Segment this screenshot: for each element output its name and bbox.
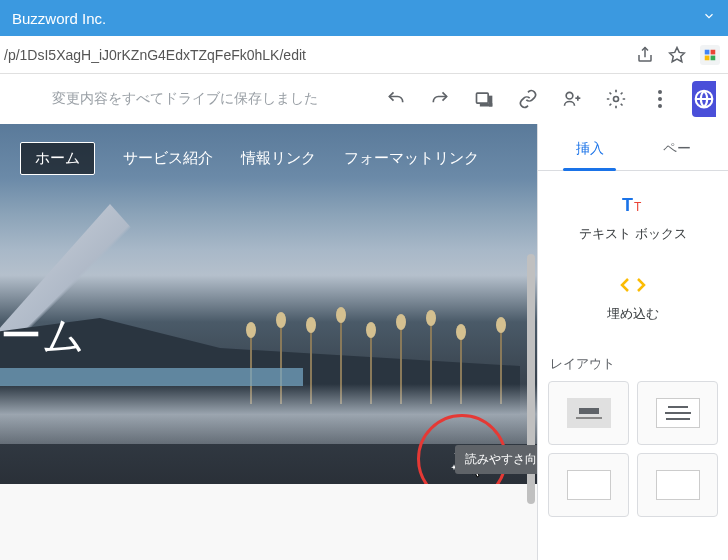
svg-marker-1 <box>670 47 685 61</box>
sidepanel-tabs: 挿入 ペー <box>538 128 728 171</box>
text-selection <box>0 368 303 386</box>
hero-section[interactable]: ホーム サービス紹介 情報リンク フォーマットリンク ーム <box>0 124 537 484</box>
canvas-area: ホーム サービス紹介 情報リンク フォーマットリンク ーム <box>0 124 537 560</box>
share-icon[interactable] <box>636 46 654 64</box>
svg-text:T: T <box>634 200 642 214</box>
hero-title[interactable]: ーム <box>0 308 85 364</box>
publish-button[interactable] <box>692 81 716 117</box>
browser-titlebar: Buzzword Inc. <box>0 0 728 36</box>
site-nav: ホーム サービス紹介 情報リンク フォーマットリンク <box>20 142 479 175</box>
nav-item-home[interactable]: ホーム <box>20 142 95 175</box>
insert-embed-label: 埋め込む <box>607 305 659 323</box>
layout-grid <box>538 381 728 517</box>
url-bar: /p/1DsI5XagH_iJ0rKZnG4EdxTZqFeFk0hLK/edi… <box>0 36 728 74</box>
bookmark-star-icon[interactable] <box>668 46 686 64</box>
url-actions <box>636 45 720 65</box>
extension-icon[interactable] <box>700 45 720 65</box>
settings-button[interactable] <box>596 79 636 119</box>
textbox-icon: TT <box>619 191 647 219</box>
titlebar-text: Buzzword Inc. <box>12 10 106 27</box>
insert-items: TT テキスト ボックス 埋め込む <box>538 171 728 343</box>
svg-point-9 <box>566 92 573 99</box>
site-canvas[interactable]: ホーム サービス紹介 情報リンク フォーマットリンク ーム <box>0 124 537 560</box>
insert-textbox-label: テキスト ボックス <box>579 225 687 243</box>
save-status: 変更内容をすべてドライブに保存しました <box>12 90 372 108</box>
nav-item-services[interactable]: サービス紹介 <box>123 149 213 168</box>
undo-button[interactable] <box>376 79 416 119</box>
embed-icon <box>619 271 647 299</box>
redo-button[interactable] <box>420 79 460 119</box>
svg-text:T: T <box>622 195 633 215</box>
more-menu-button[interactable] <box>640 79 680 119</box>
share-people-button[interactable] <box>552 79 592 119</box>
nav-item-info[interactable]: 情報リンク <box>241 149 316 168</box>
tab-insert[interactable]: 挿入 <box>546 128 633 170</box>
preview-button[interactable] <box>464 79 504 119</box>
layout-option-text[interactable] <box>637 381 718 445</box>
chevron-down-icon[interactable] <box>702 9 716 27</box>
nav-item-format[interactable]: フォーマットリンク <box>344 149 479 168</box>
link-button[interactable] <box>508 79 548 119</box>
layout-option-3[interactable] <box>548 453 629 517</box>
svg-rect-6 <box>477 93 489 103</box>
svg-rect-3 <box>711 49 716 54</box>
readability-tooltip: 読みやすさ向上のための調整を解除 <box>455 445 537 474</box>
layout-section-title: レイアウト <box>538 343 728 381</box>
tab-pages[interactable]: ペー <box>633 128 720 170</box>
svg-rect-8 <box>490 97 492 106</box>
svg-rect-2 <box>705 49 710 54</box>
svg-rect-4 <box>705 55 710 60</box>
url-path[interactable]: /p/1DsI5XagH_iJ0rKZnG4EdxTZqFeFk0hLK/edi… <box>0 47 626 63</box>
svg-rect-5 <box>711 55 716 60</box>
editor-toolbar: 変更内容をすべてドライブに保存しました <box>0 74 728 124</box>
svg-point-12 <box>614 97 619 102</box>
side-panel: 挿入 ペー TT テキスト ボックス 埋め込む レイアウト <box>537 124 728 560</box>
insert-embed[interactable]: 埋め込む <box>546 271 720 323</box>
insert-textbox[interactable]: TT テキスト ボックス <box>546 191 720 243</box>
workspace: ホーム サービス紹介 情報リンク フォーマットリンク ーム <box>0 124 728 560</box>
layout-option-4[interactable] <box>637 453 718 517</box>
layout-option-header[interactable] <box>548 381 629 445</box>
